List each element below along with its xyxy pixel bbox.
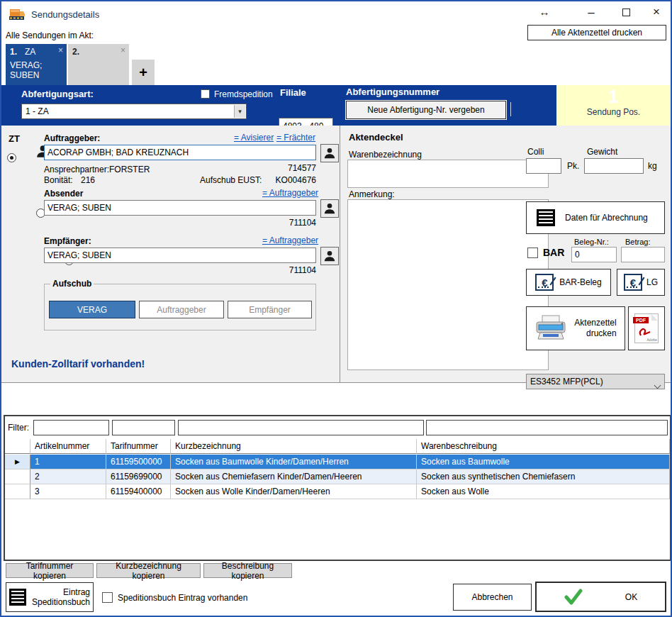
abfertigungsart-arrow-icon[interactable]: ▾ [234, 105, 245, 118]
cell-warenbeschreibung[interactable]: Socken aus Baumwolle [417, 455, 670, 469]
aktendeckel-title: Aktendeckel [349, 132, 403, 143]
fraechter-link[interactable]: = Frächter [276, 133, 315, 143]
aufschub-auftraggeber-button[interactable]: Auftraggeber [139, 301, 224, 318]
warenbezeichnung-textarea[interactable] [347, 160, 549, 188]
cell-artikelnummer[interactable]: 1 [30, 455, 106, 469]
kg-label: kg [648, 161, 657, 171]
row-indicator-icon: ▶ [5, 455, 30, 469]
gewicht-input[interactable] [584, 158, 644, 174]
header-tarifnummer[interactable]: Tarifnummer [106, 439, 171, 454]
cell-tarifnummer[interactable]: 61159699000 [106, 469, 171, 484]
tab1-line1: VERAG; [10, 60, 42, 70]
auftraggeber-input[interactable] [44, 145, 316, 160]
sendungsdetails-window: Sendungsdetails ↔ – × Alle Aktenzettel d… [0, 0, 672, 617]
pdf-icon: PDF Adobe [634, 313, 659, 343]
anmerkung-textarea[interactable] [347, 199, 549, 370]
panel-divider [340, 126, 340, 383]
fremdspedition-checkbox[interactable] [201, 89, 210, 99]
aufschub-empfaenger-button[interactable]: Empfänger [228, 301, 312, 318]
daten-abrechnung-button[interactable]: Daten für Abrechnung [526, 201, 665, 234]
cell-artikelnummer[interactable]: 3 [30, 484, 106, 499]
cell-kurzbezeichnung[interactable]: Socken aus Baumwolle Kinder/Damen/Herren [171, 455, 417, 469]
maximize-icon[interactable] [622, 9, 630, 16]
table-row[interactable]: ▶ 1 61159500000 Socken aus Baumwolle Kin… [5, 455, 670, 469]
tab1-index: 1. [10, 47, 17, 57]
lg-label: LG [646, 277, 658, 287]
abfertigungsart-select[interactable]: 1 - ZA ▾ [21, 104, 247, 119]
aufschub-groupbox: Aufschub VERAG Auftraggeber Empfänger [44, 284, 316, 330]
tab2-index: 2. [72, 47, 79, 57]
printer-chevron-icon[interactable] [654, 382, 661, 389]
tab-sendung-1[interactable]: 1. ZA × VERAG; SUBEN [6, 44, 67, 85]
empfaenger-auftraggeber-link[interactable]: = Auftraggeber [262, 235, 318, 245]
tarif-table: Artikelnummer Tarifnummer Kurzbezeichnun… [5, 439, 670, 454]
tab-sendung-2[interactable]: 2. × [68, 44, 129, 85]
copy-tarifnummer-button[interactable]: Tarifnummer kopieren [6, 563, 94, 578]
colli-label: Colli [527, 147, 544, 157]
copy-kurzbezeichnung-button[interactable]: Kurzbezeichnung kopieren [96, 563, 201, 578]
ansprechpartner-value: FORSTER [109, 165, 150, 174]
bar-beleg-button[interactable]: € BAR-Beleg [526, 269, 611, 296]
empfaenger-person-button[interactable] [320, 247, 339, 265]
table-row[interactable]: 2 61159699000 Socken aus Chemiefasern Ki… [5, 469, 670, 484]
cell-tarifnummer[interactable]: 61159500000 [106, 455, 171, 469]
printer-select[interactable]: ES3452 MFP(PCL) [526, 374, 665, 389]
filter-input-kurzbezeichnung[interactable] [178, 420, 424, 435]
ok-button[interactable]: OK [535, 582, 666, 612]
filter-input-warenbeschreibung[interactable] [426, 420, 668, 435]
filter-input-artikelnummer[interactable] [33, 420, 109, 435]
cancel-button[interactable]: Abbrechen [453, 584, 532, 611]
eintrag-speditionsbuch-button[interactable]: Eintrag Speditionsbuch [6, 582, 94, 612]
avisierer-link[interactable]: = Avisierer [234, 133, 274, 143]
sendung-pos-value: 1 [556, 86, 671, 107]
printer-value: ES3452 MFP(PCL) [527, 377, 603, 387]
print-all-aktenzettel-button[interactable]: Alle Aktenzettel drucken [527, 25, 666, 40]
speditionsbuch-checkbox[interactable] [102, 592, 113, 603]
lg-button[interactable]: € LG [617, 269, 665, 296]
cell-kurzbezeichnung[interactable]: Socken aus Chemiefasern Kinder/Damen/Hee… [171, 469, 417, 484]
aufschub-verag-button[interactable]: VERAG [49, 301, 135, 318]
bar-label: BAR [543, 247, 564, 258]
cell-tarifnummer[interactable]: 61159400000 [106, 484, 171, 499]
daten-abrechnung-label: Daten für Abrechnung [565, 213, 648, 223]
filter-label: Filter: [8, 423, 29, 433]
add-tab-button[interactable]: + [132, 60, 155, 85]
aktenzettel-drucken-button[interactable]: Aktenzettel drucken [526, 306, 625, 350]
tab2-close-icon[interactable]: × [121, 45, 125, 55]
cell-warenbeschreibung[interactable]: Socken aus synthetischen Chemiefasern [417, 469, 670, 484]
betrag-input[interactable] [621, 247, 665, 262]
zt-label: ZT [9, 133, 20, 144]
copy-beschreibung-button[interactable]: Beschreibung kopieren [203, 563, 292, 578]
sendungen-im-akt-label: Alle Sendungen im Akt: [6, 30, 94, 40]
header-artikelnummer[interactable]: Artikelnummer [30, 439, 106, 454]
cell-warenbeschreibung[interactable]: Socken aus Wolle [417, 484, 670, 499]
absender-label: Absender [44, 189, 83, 199]
beleg-nr-input[interactable] [571, 247, 617, 262]
cell-kurzbezeichnung[interactable]: Socken aus Wolle Kinder/Damen/Heeren [171, 484, 417, 499]
empfaenger-input[interactable] [44, 248, 316, 263]
minimize-icon[interactable]: – [583, 6, 600, 20]
absender-auftraggeber-link[interactable]: = Auftraggeber [262, 188, 318, 198]
tarif-table-section: Filter: Artikelnummer Tarifnummer Kurzbe… [4, 415, 671, 561]
table-row[interactable]: 3 61159400000 Socken aus Wolle Kinder/Da… [5, 484, 670, 499]
header-warenbeschreibung[interactable]: Warenbeschreibung [417, 439, 670, 454]
cell-artikelnummer[interactable]: 2 [30, 469, 106, 484]
ansprechpartner-label: Ansprechpartner: [44, 165, 109, 174]
auftraggeber-person-button[interactable] [320, 144, 339, 162]
colli-input[interactable] [526, 158, 561, 174]
eintrag-label-1: Eintrag [63, 587, 90, 597]
tab1-close-icon[interactable]: × [58, 45, 63, 55]
bar-checkbox[interactable] [527, 248, 538, 258]
resize-icon[interactable]: ↔ [536, 6, 553, 18]
close-icon[interactable]: × [648, 5, 665, 19]
header-kurzbezeichnung[interactable]: Kurzbezeichnung [171, 439, 417, 454]
speditionsbuch-checkbox-label: Speditionsbuch Eintrag vorhanden [118, 593, 247, 603]
filter-input-tarifnummer[interactable] [112, 420, 175, 435]
pdf-export-button[interactable]: PDF Adobe [628, 306, 665, 350]
absender-input[interactable] [44, 200, 316, 216]
pk-label: Pk. [567, 161, 579, 171]
aufschub-eust-label: Aufschub EUST: [200, 175, 262, 185]
auftraggeber-radio[interactable] [7, 153, 16, 162]
neue-abfertigungsnr-button[interactable]: Neue Abfertigung-Nr. vergeben [346, 101, 506, 119]
absender-person-button[interactable] [320, 199, 339, 218]
